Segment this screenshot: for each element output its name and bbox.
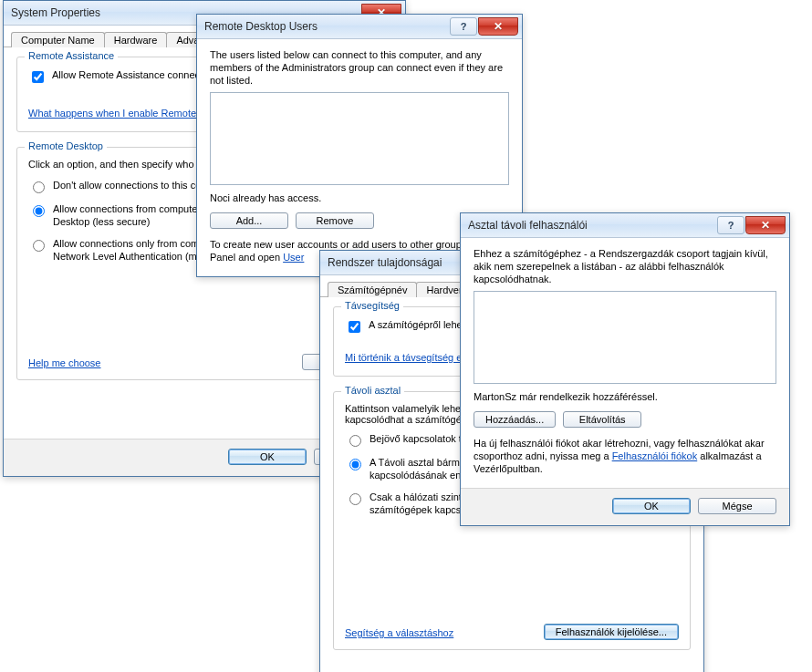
radio-biztonsagosabb[interactable] <box>349 493 361 505</box>
window-title: Asztal távoli felhasználói <box>468 219 716 232</box>
access-text: Noci already has access. <box>210 192 509 203</box>
segitseg-link[interactable]: Segítség a választáshoz <box>345 627 453 638</box>
close-icon: ✕ <box>494 20 503 33</box>
user-listbox[interactable] <box>474 291 776 384</box>
user-listbox[interactable] <box>210 92 509 185</box>
window-title: Remote Desktop Users <box>204 20 449 33</box>
radio-kevesbe-biztonsagos[interactable] <box>349 459 361 470</box>
tab-hardware[interactable]: Hardware <box>104 32 168 47</box>
ok-button[interactable]: OK <box>612 498 691 514</box>
radio-allow-more-secure[interactable] <box>33 240 45 252</box>
eltavolitas-button[interactable]: Eltávolítás <box>563 411 641 428</box>
radio-dont-allow[interactable] <box>33 181 45 193</box>
close-button[interactable]: ✕ <box>745 216 786 234</box>
tab-computer-name[interactable]: Computer Name <box>11 32 105 47</box>
tavsegitseg-checkbox[interactable] <box>349 321 360 333</box>
help-icon: ? <box>728 220 734 231</box>
dialog-footer: OK Mégse <box>461 488 789 525</box>
ok-button[interactable]: OK <box>228 449 307 465</box>
help-button[interactable]: ? <box>717 216 744 234</box>
user-accounts-link[interactable]: User <box>283 252 304 263</box>
close-icon: ✕ <box>761 219 770 232</box>
group-legend: Remote Desktop <box>25 140 107 151</box>
help-icon: ? <box>461 21 467 32</box>
remove-button[interactable]: Remove <box>296 212 374 229</box>
asztal-tavoli-felhasznaloi-window: Asztal távoli felhasználói ? ✕ Ehhez a s… <box>460 212 790 526</box>
group-legend: Remote Assistance <box>25 50 118 61</box>
tab-szamitogepnev[interactable]: Számítógépnév <box>328 282 417 297</box>
create-users-text-2: Panel and open <box>210 252 283 263</box>
group-legend: Távsegítség <box>341 300 403 311</box>
intro-text: The users listed below can connect to th… <box>210 48 509 87</box>
help-button[interactable]: ? <box>450 17 477 36</box>
group-legend: Távoli asztal <box>341 385 404 396</box>
access-text: MartonSz már rendelkezik hozzáféréssel. <box>474 391 776 402</box>
allow-remote-assistance-checkbox[interactable] <box>32 71 44 83</box>
megse-button[interactable]: Mégse <box>698 498 776 514</box>
radio-allow-less-secure[interactable] <box>33 205 45 217</box>
hozzaadas-button[interactable]: Hozzáadás... <box>474 411 556 428</box>
close-button[interactable]: ✕ <box>478 17 518 36</box>
radio-bejovo-tiltas[interactable] <box>349 435 361 447</box>
felhasznaloi-fiokok-link[interactable]: Felhasználói fiókok <box>612 450 698 461</box>
create-users-text-1: To create new user accounts or add users… <box>210 239 469 250</box>
intro-text: Ehhez a számítógéphez - a Rendszergazdák… <box>474 247 776 285</box>
titlebar[interactable]: Asztal távoli felhasználói ? ✕ <box>461 213 789 238</box>
felhasznalok-kijelolese-button[interactable]: Felhasználók kijelölése... <box>544 624 679 640</box>
add-button[interactable]: Add... <box>210 212 288 229</box>
titlebar[interactable]: Remote Desktop Users ? ✕ <box>197 15 522 39</box>
help-me-choose-link[interactable]: Help me choose <box>28 357 101 368</box>
